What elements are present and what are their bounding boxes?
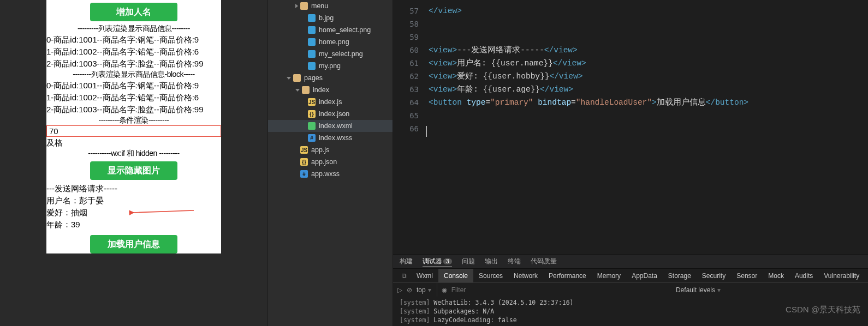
devtab-security[interactable]: Security [697, 269, 731, 283]
code-line[interactable]: </view> [429, 4, 748, 17]
tree-item-home_select-png[interactable]: home_select.png [268, 24, 393, 36]
folder-icon [302, 86, 310, 94]
img-icon [308, 14, 316, 22]
line-gutter: 57585960616263646566 [393, 4, 429, 254]
tab-quality[interactable]: 代码质量 [531, 257, 557, 266]
js-icon: JS [308, 98, 316, 106]
chevron-down-icon [295, 89, 300, 92]
code-line[interactable]: <view>爱好: {{user.hobby}}</view> [429, 70, 748, 83]
tree-item-index-js[interactable]: JSindex.js [268, 96, 393, 108]
list-item: 0-商品id:1001--商品名字:钢笔--商品价格:9 [46, 80, 221, 92]
wxss-icon: # [300, 170, 308, 178]
tree-item-app-wxss[interactable]: #app.wxss [268, 168, 393, 180]
tree-item-b-jpg[interactable]: b.jpg [268, 12, 393, 24]
json-icon: {} [300, 158, 308, 166]
cursor-icon [426, 126, 427, 137]
devtools-subtabs[interactable]: 构建 调试器3 问题 输出 终端 代码质量 [393, 254, 868, 268]
tree-item-label: index.js [319, 98, 342, 106]
devtab-network[interactable]: Network [508, 269, 543, 283]
play-icon[interactable]: ▷ [397, 286, 402, 294]
tree-item-label: index [313, 86, 329, 94]
tree-item-my-png[interactable]: my.png [268, 60, 393, 72]
code-line[interactable] [429, 122, 748, 135]
js-icon: JS [300, 146, 308, 154]
devtab-mock[interactable]: Mock [763, 269, 789, 283]
code-line[interactable] [429, 17, 748, 31]
tab-build[interactable]: 构建 [400, 257, 413, 266]
console-filter-bar[interactable]: ▷ ⊘ top▾ ◉ Default levels▾ [393, 282, 868, 297]
devtab-storage[interactable]: Storage [663, 269, 697, 283]
add-name-button[interactable]: 增加人名 [90, 3, 177, 21]
chevron-right-icon [295, 4, 298, 8]
img-icon [308, 50, 316, 58]
tree-item-label: app.json [311, 158, 337, 166]
console-line: [system] LazyCodeLoading: false [400, 316, 861, 324]
code-editor[interactable]: 57585960616263646566 </view> <view>---发送… [393, 0, 868, 254]
tree-item-menu[interactable]: menu [268, 0, 393, 12]
devtab-wxml[interactable]: Wxml [411, 269, 438, 283]
eye-icon[interactable]: ◉ [442, 286, 447, 294]
tree-item-label: b.jpg [319, 14, 334, 22]
tab-terminal[interactable]: 终端 [508, 257, 521, 266]
tree-item-label: index.wxml [319, 122, 353, 130]
list-item: 1-商品id:1002--商品名字:铅笔--商品价格:6 [46, 46, 221, 58]
levels-select[interactable]: Default levels▾ [676, 283, 726, 297]
tree-item-index[interactable]: index [268, 84, 393, 96]
devtab-performance[interactable]: Performance [543, 269, 592, 283]
tree-item-label: pages [304, 74, 323, 82]
tab-problems[interactable]: 问题 [462, 257, 475, 266]
tree-item-app-js[interactable]: JSapp.js [268, 144, 393, 156]
tree-item-app-json[interactable]: {}app.json [268, 156, 393, 168]
list-item: 2-商品id:1003--商品名字:脸盆--商品价格:99 [46, 104, 221, 116]
tree-item-label: app.wxss [311, 170, 340, 178]
list-item: 0-商品id:1001--商品名字:钢笔--商品价格:9 [46, 34, 221, 46]
tab-debugger[interactable]: 调试器3 [423, 257, 452, 267]
context-select[interactable]: top▾ [417, 283, 437, 297]
divider-list: ---------列表渲染显示商品信息-------- [46, 24, 221, 34]
toggle-image-button[interactable]: 显示隐藏图片 [90, 161, 177, 180]
code-line[interactable]: <view>---发送网络请求-----</view> [429, 44, 748, 57]
code-content[interactable]: </view> <view>---发送网络请求-----</view><view… [429, 4, 748, 254]
tree-item-index-wxss[interactable]: #index.wxss [268, 132, 393, 144]
code-line[interactable] [429, 31, 748, 44]
list-item: 1-商品id:1002--商品名字:铅笔--商品价格:6 [46, 92, 221, 104]
clear-icon[interactable]: ⊘ [407, 286, 412, 294]
score-input[interactable]: 70 [46, 125, 221, 137]
devtab-audits[interactable]: Audits [789, 269, 818, 283]
inspect-icon[interactable]: ⧉ [397, 272, 411, 280]
devtab-appdata[interactable]: AppData [626, 269, 663, 283]
tree-item-label: my_select.png [319, 50, 363, 58]
simulator-panel: 增加人名 ---------列表渲染显示商品信息-------- 0-商品id:… [0, 0, 267, 326]
devtab-sources[interactable]: Sources [473, 269, 508, 283]
file-explorer[interactable]: menub.jpghome_select.pnghome.pngmy_selec… [267, 0, 393, 326]
tree-item-label: index.wxss [319, 134, 352, 142]
tree-item-label: index.json [319, 110, 349, 118]
devtab-vulnerability[interactable]: Vulnerability [818, 269, 865, 283]
tree-item-index-json[interactable]: {}index.json [268, 108, 393, 120]
devtab-console[interactable]: Console [438, 269, 473, 283]
editor-panel: 57585960616263646566 </view> <view>---发送… [393, 0, 868, 326]
tree-item-label: my.png [319, 62, 341, 70]
devtab-sensor[interactable]: Sensor [731, 269, 763, 283]
img-icon [308, 62, 316, 70]
code-line[interactable]: <view>年龄: {{user.age}}</view> [429, 83, 748, 96]
code-line[interactable]: <button type="primary" bindtap="handleLo… [429, 96, 748, 109]
wxml-icon [308, 122, 316, 130]
phone-screen: 增加人名 ---------列表渲染显示商品信息-------- 0-商品id:… [46, 0, 221, 253]
tree-item-pages[interactable]: pages [268, 72, 393, 84]
divider-block: --------列表渲染显示商品信息-block----- [46, 70, 221, 80]
tab-output[interactable]: 输出 [485, 257, 498, 266]
tree-item-index-wxml[interactable]: index.wxml [268, 120, 393, 132]
grade-text: 及格 [46, 137, 221, 149]
code-line[interactable] [429, 109, 748, 122]
tree-item-my_select-png[interactable]: my_select.png [268, 48, 393, 60]
tree-item-label: home.png [319, 38, 349, 46]
load-user-button[interactable]: 加载用户信息 [90, 235, 177, 253]
devtools-tabs[interactable]: ⧉ WxmlConsoleSourcesNetworkPerformanceMe… [393, 268, 868, 282]
filter-input[interactable] [451, 286, 582, 294]
code-line[interactable]: <view>用户名: {{user.name}}</view> [429, 57, 748, 70]
tree-item-home-png[interactable]: home.png [268, 36, 393, 48]
devtab-memory[interactable]: Memory [592, 269, 626, 283]
img-icon [308, 38, 316, 46]
tree-item-label: home_select.png [319, 26, 371, 34]
